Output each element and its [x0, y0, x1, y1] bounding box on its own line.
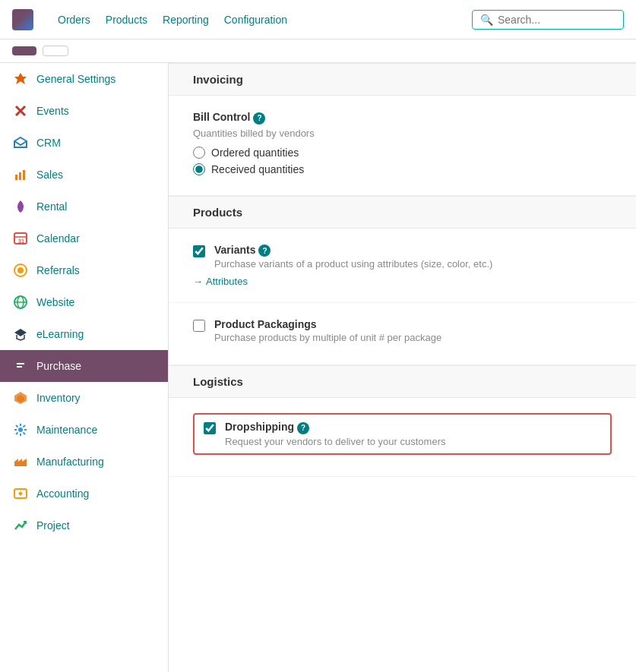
- sidebar-label-events: Events: [36, 105, 69, 117]
- setting-block-product-packagings: Product PackagingsPurchase products by m…: [169, 303, 636, 365]
- sidebar-item-purchase[interactable]: Purchase: [0, 350, 168, 382]
- check-title-variants: Variants?: [214, 244, 492, 257]
- sidebar-label-sales: Sales: [36, 169, 63, 181]
- section-header-products: Products: [169, 196, 636, 229]
- events-icon: [12, 103, 29, 119]
- check-desc-dropshipping: Request your vendors to deliver to your …: [225, 436, 445, 447]
- inventory-icon: [12, 390, 29, 406]
- svg-rect-15: [17, 363, 24, 364]
- sidebar-label-calendar: Calendar: [36, 232, 80, 245]
- svg-rect-4: [19, 172, 21, 180]
- sidebar-label-maintenance: Maintenance: [36, 424, 97, 436]
- sidebar-label-elearning: eLearning: [36, 328, 84, 340]
- radio-row-received: Received quantities: [193, 163, 612, 175]
- discard-button[interactable]: [43, 46, 68, 56]
- radio-ordered[interactable]: [193, 147, 205, 159]
- sidebar-item-crm[interactable]: CRM: [0, 127, 168, 159]
- top-navigation: Orders Products Reporting Configuration …: [0, 0, 636, 39]
- rental-icon: [12, 198, 29, 215]
- svg-point-10: [17, 267, 24, 273]
- checkbox-product-packagings[interactable]: [193, 320, 205, 332]
- nav-link-configuration[interactable]: Configuration: [224, 14, 287, 26]
- section-header-logistics: Logistics: [169, 365, 636, 398]
- setting-block-variants: Variants?Purchase variants of a product …: [169, 229, 636, 304]
- maintenance-icon: [12, 421, 29, 438]
- checkbox-variants[interactable]: [193, 245, 205, 257]
- check-desc-product-packagings: Purchase products by multiple of unit # …: [214, 332, 441, 343]
- logo-icon: [12, 9, 33, 30]
- check-desc-variants: Purchase variants of a product using att…: [214, 258, 492, 270]
- check-row-product-packagings: Product PackagingsPurchase products by m…: [193, 318, 612, 343]
- sidebar-item-project[interactable]: Project: [0, 510, 168, 541]
- radio-label-received: Received quantities: [211, 163, 304, 175]
- help-icon-bill-control[interactable]: ?: [253, 112, 265, 125]
- radio-row-ordered: Ordered quantities: [193, 147, 612, 159]
- project-icon: [12, 517, 29, 534]
- website-icon: [12, 294, 29, 311]
- nav-links: Orders Products Reporting Configuration: [58, 14, 287, 26]
- setting-desc-bill-control: Quantities billed by vendors: [193, 128, 612, 139]
- sidebar-item-website[interactable]: Website: [0, 286, 168, 318]
- check-row-dropshipping: Dropshipping?Request your vendors to del…: [193, 413, 612, 455]
- search-input[interactable]: [498, 14, 615, 26]
- setting-title-bill-control: Bill Control?: [193, 111, 612, 125]
- sidebar-item-events[interactable]: Events: [0, 95, 168, 127]
- sidebar-label-purchase: Purchase: [36, 360, 81, 372]
- sidebar-item-rental[interactable]: Rental: [0, 191, 168, 222]
- checkbox-dropshipping[interactable]: [204, 422, 216, 434]
- main-layout: General SettingsEventsCRMSalesRental31Ca…: [0, 63, 636, 672]
- help-icon-variants[interactable]: ?: [258, 245, 271, 257]
- content-area: InvoicingBill Control?Quantities billed …: [169, 63, 636, 672]
- sidebar-label-referrals: Referrals: [36, 264, 80, 276]
- sidebar-label-accounting: Accounting: [36, 487, 89, 500]
- accounting-icon: [12, 485, 29, 502]
- check-info-dropshipping: Dropshipping?Request your vendors to del…: [225, 421, 445, 447]
- radio-received[interactable]: [193, 163, 205, 175]
- svg-point-19: [18, 427, 23, 432]
- elearning-icon: [12, 326, 29, 342]
- nav-link-orders[interactable]: Orders: [58, 14, 90, 26]
- referrals-icon: [12, 262, 29, 279]
- sales-icon: [12, 166, 29, 183]
- crm-icon: [12, 134, 29, 151]
- check-info-product-packagings: Product PackagingsPurchase products by m…: [214, 318, 441, 343]
- sidebar-label-website: Website: [36, 296, 74, 308]
- sidebar-item-general-settings[interactable]: General Settings: [0, 63, 168, 95]
- sidebar-item-inventory[interactable]: Inventory: [0, 382, 168, 414]
- search-box[interactable]: 🔍: [472, 10, 624, 30]
- sidebar-label-project: Project: [36, 519, 70, 532]
- sidebar-item-referrals[interactable]: Referrals: [0, 254, 168, 286]
- attributes-link[interactable]: →Attributes: [193, 276, 612, 287]
- sidebar-label-inventory: Inventory: [36, 392, 81, 404]
- svg-rect-16: [17, 366, 22, 368]
- sidebar: General SettingsEventsCRMSalesRental31Ca…: [0, 63, 169, 672]
- sidebar-item-calendar[interactable]: 31Calendar: [0, 222, 168, 254]
- setting-block-dropshipping: Dropshipping?Request your vendors to del…: [169, 398, 636, 477]
- sidebar-label-general-settings: General Settings: [36, 73, 115, 85]
- sidebar-item-accounting[interactable]: Accounting: [0, 478, 168, 510]
- sidebar-item-maintenance[interactable]: Maintenance: [0, 414, 168, 446]
- app-logo[interactable]: [12, 9, 40, 30]
- toolbar: [0, 39, 636, 63]
- radio-label-ordered: Ordered quantities: [211, 147, 299, 159]
- help-icon-dropshipping[interactable]: ?: [297, 422, 309, 434]
- svg-marker-0: [14, 73, 27, 84]
- arrow-icon: →: [193, 276, 203, 287]
- svg-rect-3: [15, 175, 17, 180]
- sidebar-item-manufacturing[interactable]: Manufacturing: [0, 446, 168, 478]
- sidebar-label-crm: CRM: [36, 137, 61, 149]
- setting-block-bill-control: Bill Control?Quantities billed by vendor…: [169, 96, 636, 196]
- check-title-product-packagings: Product Packagings: [214, 318, 441, 330]
- general-settings-icon: [12, 71, 29, 87]
- search-icon: 🔍: [480, 14, 493, 26]
- save-button[interactable]: [12, 46, 36, 55]
- section-header-invoicing: Invoicing: [169, 63, 636, 96]
- check-row-variants: Variants?Purchase variants of a product …: [193, 244, 612, 270]
- svg-text:31: 31: [18, 238, 24, 244]
- attributes-link-label: Attributes: [206, 276, 248, 287]
- sidebar-item-sales[interactable]: Sales: [0, 159, 168, 191]
- sidebar-item-elearning[interactable]: eLearning: [0, 318, 168, 350]
- nav-link-products[interactable]: Products: [106, 14, 147, 26]
- calendar-icon: 31: [12, 230, 29, 247]
- nav-link-reporting[interactable]: Reporting: [163, 14, 209, 26]
